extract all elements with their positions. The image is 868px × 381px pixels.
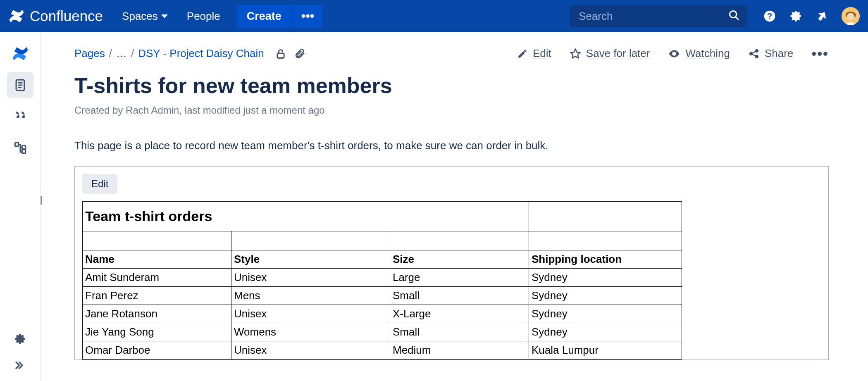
nav-right-icons: ? [763,7,860,25]
restrictions-icon[interactable] [275,48,286,60]
cell-ship: Sydney [529,287,682,305]
cell-ship: Sydney [529,323,682,341]
top-nav: Confluence Spaces People Create ••• ? [0,0,868,32]
crumb-sep: / [131,47,134,60]
save-for-later-action[interactable]: Save for later [570,47,650,60]
crumb-ellipsis[interactable]: … [116,47,127,60]
svg-line-20 [752,54,756,56]
confluence-icon [8,8,25,24]
table-spacer-row [83,231,682,250]
cell-name: Jie Yang Song [83,323,231,341]
th-ship: Shipping location [529,250,682,269]
table-row: Jane Rotanson Unisex X-Large Sydney [83,305,682,323]
nav-people-label: People [187,10,220,23]
notifications-icon[interactable] [816,10,828,22]
table-title-empty [529,202,682,231]
pages-button[interactable] [7,72,33,98]
svg-rect-11 [22,145,26,149]
edit-label: Edit [533,47,551,60]
chevron-down-icon [161,14,168,18]
table-row: Jie Yang Song Womens Small Sydney [83,323,682,341]
create-more-button[interactable]: ••• [293,5,323,28]
space-logo-button[interactable] [7,40,33,67]
table-row: Amit Sunderam Unisex Large Sydney [83,269,682,287]
help-icon[interactable]: ? [763,10,776,23]
crumb-pages[interactable]: Pages [74,47,105,60]
svg-line-1 [736,17,738,19]
left-sidebar: || [0,32,41,381]
table-header-row: Name Style Size Shipping location [83,250,682,269]
cell-style: Unisex [231,305,390,323]
space-settings-button[interactable] [9,327,32,350]
create-button[interactable]: Create [236,5,292,28]
embedded-content-box: Edit Team t-shirt orders Name S [74,166,829,360]
table-title-row: Team t-shirt orders [83,202,682,231]
page-byline: Created by Rach Admin, last modified jus… [74,105,829,116]
page-more-button[interactable]: ••• [811,45,829,62]
attachments-icon[interactable] [294,48,305,60]
search-input[interactable] [570,5,747,27]
page-title: T-shirts for new team members [74,73,829,98]
share-action[interactable]: Share [748,47,793,60]
crumb-parent[interactable]: DSY - Project Daisy Chain [138,47,264,60]
expand-sidebar-button[interactable] [9,354,32,377]
svg-point-15 [673,52,675,55]
cell-name: Fran Perez [83,287,231,305]
cell-ship: Sydney [529,305,682,323]
edit-action[interactable]: Edit [517,47,551,60]
cell-size: Small [390,323,529,341]
watching-action[interactable]: Watching [668,47,730,60]
sidebar-resize-handle[interactable]: || [39,189,42,210]
cell-ship: Kuala Lumpur [529,341,682,360]
blog-button[interactable] [7,103,33,130]
svg-rect-12 [22,150,26,153]
nav-people[interactable]: People [179,7,228,26]
breadcrumb: Pages / … / DSY - Project Daisy Chain [74,47,305,60]
cell-size: Large [390,269,529,287]
svg-text:?: ? [767,12,772,21]
cell-style: Unisex [231,341,390,360]
cell-name: Amit Sunderam [83,269,231,287]
cell-name: Jane Rotanson [83,305,231,323]
avatar[interactable] [842,7,860,25]
search-icon[interactable] [728,10,740,23]
th-name: Name [83,250,231,269]
page-actions: Edit Save for later Watching [517,45,829,62]
search-wrap [570,5,747,27]
th-size: Size [390,250,529,269]
page-tree-button[interactable] [7,135,33,161]
page-top-row: Pages / … / DSY - Project Daisy Chain [74,45,829,62]
svg-marker-14 [570,49,580,58]
nav-spaces[interactable]: Spaces [114,7,175,26]
cell-name: Omar Darboe [83,341,231,360]
orders-table: Team t-shirt orders Name Style Size Ship… [82,201,682,360]
crumb-sep: / [109,47,112,60]
svg-rect-13 [277,53,284,58]
watching-label: Watching [685,47,730,60]
page-main: Pages / … / DSY - Project Daisy Chain [41,32,868,381]
cell-style: Unisex [231,269,390,287]
cell-ship: Sydney [529,269,682,287]
app-name: Confluence [30,8,103,24]
cell-style: Womens [231,323,390,341]
cell-size: Medium [390,341,529,360]
table-title: Team t-shirt orders [83,202,529,231]
confluence-logo[interactable]: Confluence [8,8,103,24]
embed-edit-button[interactable]: Edit [82,174,117,194]
table-row: Fran Perez Mens Small Sydney [83,287,682,305]
gear-icon[interactable] [789,10,803,23]
share-label: Share [765,47,793,60]
cell-size: Small [390,287,529,305]
svg-line-19 [752,51,756,53]
cell-size: X-Large [390,305,529,323]
create-group: Create ••• [236,5,323,28]
th-style: Style [231,250,390,269]
nav-spaces-label: Spaces [122,10,158,23]
save-label: Save for later [586,47,650,60]
table-row: Omar Darboe Unisex Medium Kuala Lumpur [83,341,682,360]
svg-point-5 [847,13,854,20]
page-intro: This page is a place to record new team … [74,139,829,152]
svg-rect-10 [15,143,19,146]
cell-style: Mens [231,287,390,305]
